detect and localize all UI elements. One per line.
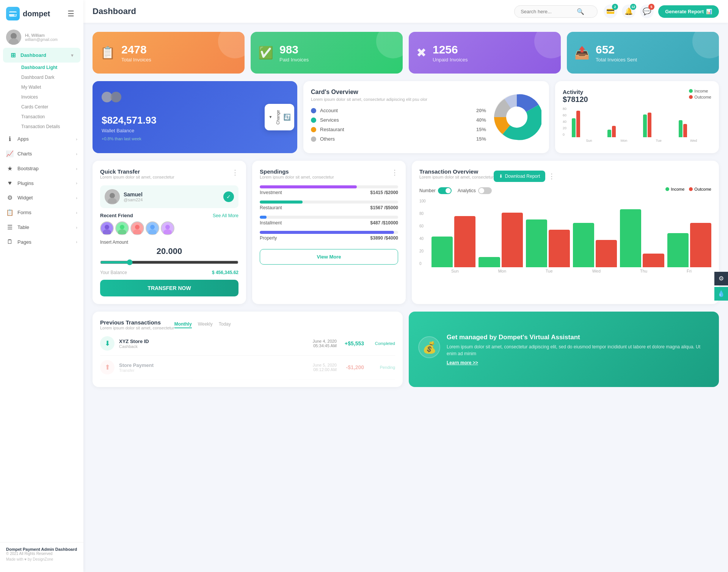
- bar-group-wed-lg: [573, 223, 617, 267]
- sidebar: dompet ☰ Hi, William william@gmail.com ⊞…: [0, 0, 83, 572]
- services-label: Services: [320, 117, 472, 123]
- stat-cards-row: 📋 2478 Total Invoices ✅ 983 Paid Invoice…: [93, 32, 719, 74]
- search-box[interactable]: 🔍: [514, 5, 598, 18]
- svg-point-4: [11, 33, 17, 39]
- search-input[interactable]: [521, 9, 574, 14]
- sidebar-item-dashboard[interactable]: ⊞ Dashboard ▼: [3, 48, 80, 63]
- prev-tx-tabs: Monthly Weekly Today: [174, 321, 231, 328]
- sidebar-item-bootstrap[interactable]: ★ Bootstrap ›: [0, 161, 83, 176]
- income-legend: Income: [689, 89, 711, 93]
- outcome-bar-wed-lg: [596, 240, 617, 267]
- see-all-link[interactable]: See All More: [213, 213, 238, 218]
- tab-monthly[interactable]: Monthly: [174, 321, 192, 328]
- tx-date-2: June 5, 2020: [312, 363, 337, 367]
- download-icon: ⬇: [499, 174, 503, 179]
- submenu-dashboard-dark[interactable]: Dashboard Dark: [18, 72, 83, 82]
- water-float-button[interactable]: 💧: [714, 287, 728, 301]
- svg-point-9: [110, 193, 115, 198]
- sidebar-item-charts[interactable]: 📈 Charts ›: [0, 146, 83, 161]
- refresh-icon: 🔄: [283, 113, 291, 121]
- submenu-my-wallet[interactable]: My Wallet: [18, 82, 83, 92]
- installment-label: Installment: [260, 220, 282, 226]
- wallet-button[interactable]: 💳 2: [604, 5, 617, 18]
- y-axis-large: 100806040200: [419, 199, 426, 266]
- property-label: Property: [260, 235, 277, 241]
- table-icon: ☰: [6, 224, 14, 231]
- quick-transfer-menu-icon[interactable]: ⋮: [232, 168, 238, 177]
- spendings-menu-icon[interactable]: ⋮: [391, 168, 398, 177]
- generate-report-button[interactable]: Generate Report 📊: [658, 5, 719, 18]
- sidebar-item-pages[interactable]: 🗒 Pages ›: [0, 235, 83, 249]
- change-button[interactable]: 🔄 Change ▼: [265, 104, 294, 131]
- settings-float-button[interactable]: ⚙: [714, 272, 728, 285]
- paid-invoices-label: Paid Invoices: [279, 57, 309, 63]
- x-axis-labels: SunMonTueWed: [572, 139, 711, 143]
- amount-display: 20.000: [100, 246, 238, 256]
- income-bar-wed-lg: [573, 223, 594, 267]
- spending-item-restaurant: Restaurant $1567 /$5000: [260, 201, 398, 210]
- va-desc: Lorem ipsum dolor sit amet, consectetur …: [447, 343, 710, 357]
- sidebar-item-label: Dashboard: [20, 52, 46, 58]
- spending-item-installment: Installment $487 /$10000: [260, 216, 398, 226]
- overview-title: Card's Overview: [311, 89, 486, 96]
- tx-overview-menu-icon[interactable]: ⋮: [548, 172, 555, 180]
- va-learn-more-link[interactable]: Learn more >>: [447, 360, 710, 365]
- outcome-bar-fri-lg: [690, 223, 711, 267]
- dashboard-icon: ⊞: [9, 52, 17, 59]
- sidebar-item-forms[interactable]: 📋 Forms ›: [0, 205, 83, 220]
- sidebar-user: Hi, William william@gmail.com: [0, 25, 83, 48]
- investment-bar: [260, 185, 357, 188]
- tab-today[interactable]: Today: [219, 321, 231, 328]
- bar-group-sun-lg: [431, 216, 475, 267]
- hamburger-icon[interactable]: ☰: [64, 8, 77, 20]
- investment-amount: $1415 /$2000: [370, 190, 398, 195]
- bar-group-tue-lg: [526, 219, 570, 267]
- sidebar-item-apps[interactable]: ℹ Apps ›: [0, 132, 83, 146]
- number-toggle[interactable]: [438, 187, 452, 194]
- amount-slider[interactable]: [100, 259, 238, 265]
- transfer-now-button[interactable]: TRANSFER NOW: [100, 280, 238, 296]
- activity-chart: 806040200: [563, 107, 711, 143]
- submenu-cards-center[interactable]: Cards Center: [18, 102, 83, 112]
- activity-card: Activity $78120 Income Outcome: [555, 81, 719, 153]
- chevron-right-icon: ›: [76, 210, 77, 215]
- recent-friends-header: Recent Friend See All More: [100, 213, 238, 218]
- chevron-right-icon: ›: [76, 181, 77, 185]
- dashboard-submenu: Dashboard Light Dashboard Dark My Wallet…: [0, 63, 83, 132]
- tx-overview-header: Transaction Overview Lorem ipsum dolor s…: [419, 168, 711, 184]
- va-icon: 💰: [418, 336, 441, 363]
- tab-weekly[interactable]: Weekly: [198, 321, 213, 328]
- svg-point-7: [506, 107, 527, 128]
- submenu-transaction[interactable]: Transaction: [18, 112, 83, 122]
- income-bar-thu-lg: [620, 209, 641, 267]
- restaurant-bar: [260, 201, 303, 204]
- submenu-dashboard-light[interactable]: Dashboard Light: [18, 63, 83, 72]
- spendings-header: Spendings Lorem ipsum dolor sit amet, co…: [260, 168, 398, 184]
- overview-item-restaurant: Restaurant 15%: [311, 127, 486, 132]
- pages-icon: 🗒: [6, 238, 14, 245]
- sidebar-item-plugins[interactable]: ♥ Plugins ›: [0, 176, 83, 190]
- submenu-transaction-details[interactable]: Transaction Details: [18, 122, 83, 132]
- generate-report-label: Generate Report: [665, 9, 704, 14]
- charts-icon: 📈: [6, 150, 14, 157]
- messages-badge: 5: [648, 4, 654, 10]
- balance-row: Your Balance $ 456,345.62: [100, 270, 238, 275]
- submenu-invoices[interactable]: Invoices: [18, 92, 83, 102]
- download-report-button[interactable]: ⬇ Download Report: [494, 171, 546, 182]
- notifications-button[interactable]: 🔔 12: [622, 5, 635, 18]
- svg-point-12: [105, 225, 109, 229]
- messages-button[interactable]: 💬 5: [640, 5, 654, 18]
- view-more-button[interactable]: View More: [260, 249, 398, 265]
- transfer-avatar: [105, 189, 120, 204]
- income-bar-wed: [679, 120, 682, 137]
- restaurant-amount: $1567 /$5000: [370, 205, 398, 210]
- others-pct: 15%: [476, 136, 486, 142]
- tx-status: Completed: [369, 341, 395, 346]
- sidebar-item-widget[interactable]: ⚙ Widget ›: [0, 190, 83, 205]
- outcome-bar-wed: [683, 124, 687, 137]
- insert-amount-label: Insert Amount: [100, 240, 238, 245]
- sidebar-item-table[interactable]: ☰ Table ›: [0, 220, 83, 235]
- analytics-toggle[interactable]: [478, 187, 492, 194]
- widget-icon: ⚙: [6, 194, 14, 201]
- apps-icon: ℹ: [6, 135, 14, 143]
